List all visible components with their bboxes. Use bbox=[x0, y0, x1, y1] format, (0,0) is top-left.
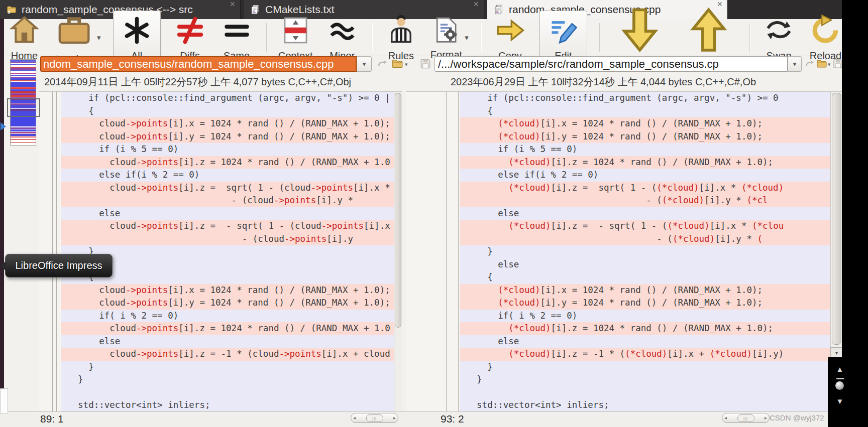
scroll-right-icon[interactable]: ▸ bbox=[393, 415, 396, 420]
left-revert-icon[interactable] bbox=[376, 58, 388, 70]
hscroll-thumb[interactable]: ||| bbox=[737, 414, 754, 422]
code-line: (*cloud)[i].z = 1024 * rand () / (RAND_M… bbox=[460, 156, 830, 169]
asterisk-icon bbox=[120, 13, 154, 50]
code-line: - (cloud->points[i].y bbox=[61, 233, 394, 246]
diff-stripe bbox=[11, 139, 36, 140]
right-path-dropdown-button[interactable]: ▾ bbox=[788, 56, 802, 72]
code-line: { bbox=[460, 105, 830, 118]
diff-stripe bbox=[11, 80, 36, 81]
left-path-input[interactable] bbox=[40, 56, 357, 72]
left-vscroll-thumb[interactable] bbox=[395, 93, 401, 328]
code-line: (*cloud)[i].y = 1024 * rand () / (RAND_M… bbox=[460, 297, 830, 310]
scrollbar-down-button[interactable]: ▾ bbox=[830, 347, 843, 358]
right-code-editor[interactable]: if (pcl::console::find_argument (argc, a… bbox=[460, 91, 830, 412]
left-browse-folder-icon[interactable] bbox=[391, 57, 404, 70]
left-file-info: 2014年09月11日 上午 05时22分57秒 上午 4,077 bytes … bbox=[44, 75, 351, 89]
window-edge bbox=[0, 19, 4, 427]
right-vscroll-thumb[interactable] bbox=[832, 93, 841, 345]
left-horizontal-scrollbar[interactable]: ◂ ||| ▸ bbox=[351, 413, 398, 423]
right-file-info: 2023年06月29日 上午 10时32分14秒 上午 4,044 bytes … bbox=[451, 75, 756, 89]
beyond-compare-window: random_sample_consensus <--> src×CMakeLi… bbox=[0, 0, 868, 427]
diff-stripe bbox=[11, 62, 36, 63]
diff-stripe bbox=[11, 68, 36, 70]
code-line: if (i % 5 == 0) bbox=[460, 143, 830, 156]
tooltip-text: LibreOffice Impress bbox=[15, 260, 102, 271]
code-line: else bbox=[460, 335, 830, 348]
diff-stripe bbox=[11, 77, 36, 78]
copy-arrow-icon bbox=[493, 13, 527, 50]
scroll-left-icon[interactable]: ◂ bbox=[724, 415, 727, 420]
tab-close-icon[interactable]: × bbox=[230, 0, 235, 8]
scroll-left-icon[interactable]: ◂ bbox=[353, 415, 356, 420]
code-line: - (cloud->points[i].y * bbox=[61, 194, 394, 207]
toolbar-home-button[interactable]: Home bbox=[7, 13, 42, 62]
diff-stripe bbox=[11, 116, 36, 126]
chevron-down-icon: ▾ bbox=[793, 60, 797, 68]
toolbar-context-button[interactable]: Context bbox=[278, 13, 313, 62]
right-browse-folder-icon[interactable] bbox=[816, 58, 828, 70]
tab-close-icon[interactable]: × bbox=[473, 0, 479, 8]
code-line: if( i % 2 == 0) bbox=[460, 310, 830, 323]
diff-stripe bbox=[11, 67, 36, 68]
code-line: (*cloud)[i].z = -1 * ((*cloud)[i].x + (*… bbox=[460, 348, 830, 361]
toolbar-diffs-button[interactable]: Diffs bbox=[173, 13, 207, 62]
code-line: (*cloud)[i].z = 1024 * rand () / (RAND_M… bbox=[460, 322, 830, 335]
scroll-right-icon[interactable]: ▸ bbox=[765, 415, 767, 420]
code-line: { bbox=[460, 271, 830, 284]
code-line: } bbox=[460, 361, 830, 374]
left-path-dropdown-button[interactable]: ▾ bbox=[357, 56, 372, 72]
chevron-down-icon[interactable]: ▾ bbox=[405, 61, 408, 68]
window-fragment bbox=[0, 388, 8, 413]
toolbar-rules-button[interactable]: Rules bbox=[384, 13, 418, 62]
code-line: cloud->points[i].x = 1024 * rand () / (R… bbox=[61, 284, 394, 297]
diff-stripe bbox=[11, 132, 36, 133]
diff-stripe bbox=[11, 91, 36, 93]
diff-stripe bbox=[11, 127, 36, 129]
diff-stripe bbox=[11, 75, 36, 76]
edit-pencil-icon bbox=[546, 13, 581, 50]
gutter-line bbox=[458, 91, 459, 411]
code-line: if( i % 2 == 0) bbox=[61, 310, 394, 323]
code-line: (*cloud)[i].x = 1024 * rand () / (RAND_M… bbox=[460, 117, 830, 130]
diff-stripe bbox=[11, 129, 36, 131]
dropdown-caret-icon[interactable]: ▾ bbox=[97, 33, 101, 42]
watermark: CSDN @wyj372 bbox=[770, 413, 824, 422]
hscroll-thumb[interactable]: ||| bbox=[366, 414, 383, 422]
code-line: } bbox=[460, 373, 830, 386]
chevron-down-icon[interactable]: ▾ bbox=[828, 61, 831, 68]
toolbar-minor-button[interactable]: Minor bbox=[325, 13, 360, 62]
code-line: else bbox=[61, 335, 394, 348]
gutter-line bbox=[56, 91, 57, 411]
left-vertical-scrollbar[interactable] bbox=[394, 91, 402, 412]
scroll-to-bottom-icon[interactable]: ▼ bbox=[834, 397, 846, 405]
toolbar-reload-button[interactable]: Reload bbox=[808, 13, 843, 62]
left-code-editor[interactable]: if (pcl::console::find_argument (argc, a… bbox=[61, 91, 394, 412]
gutter-line bbox=[446, 91, 447, 411]
right-horizontal-scrollbar[interactable]: ◂ ||| ▸ bbox=[722, 413, 770, 423]
toolbar-same-button[interactable]: Same bbox=[220, 13, 254, 62]
nav-ball-icon[interactable] bbox=[835, 381, 844, 390]
right-path-input[interactable] bbox=[435, 56, 788, 72]
not-equal-icon bbox=[173, 13, 207, 50]
scroll-to-top-icon[interactable]: ▲▬▬ bbox=[834, 365, 846, 380]
equal-icon bbox=[220, 13, 254, 50]
home-icon bbox=[7, 13, 42, 50]
left-save-icon[interactable] bbox=[419, 57, 432, 70]
overview-viewport[interactable] bbox=[7, 98, 40, 117]
code-line: if (pcl::console::find_argument (argc, a… bbox=[61, 92, 394, 105]
toolbar-format-button[interactable]: Format▾ bbox=[430, 14, 469, 60]
dropdown-caret-icon[interactable]: ▾ bbox=[465, 33, 469, 42]
code-line: else bbox=[61, 207, 394, 220]
code-line: - ((*cloud)[i].y * ( bbox=[460, 233, 830, 246]
tooltip: LibreOffice Impress bbox=[5, 254, 113, 277]
right-vertical-scrollbar[interactable] bbox=[830, 91, 842, 348]
up-arrow-icon bbox=[680, 2, 737, 60]
toolbar-swap-button[interactable]: Swap bbox=[762, 13, 796, 62]
toolbar-copy-button[interactable]: Copy bbox=[493, 13, 527, 62]
right-revert-icon[interactable] bbox=[804, 59, 815, 70]
code-line: std::vector<int> inliers; bbox=[460, 399, 830, 412]
code-line bbox=[61, 386, 394, 399]
status-bar bbox=[0, 411, 843, 427]
reload-icon bbox=[808, 13, 843, 50]
code-line: std::vector<int> inliers; bbox=[61, 399, 394, 412]
